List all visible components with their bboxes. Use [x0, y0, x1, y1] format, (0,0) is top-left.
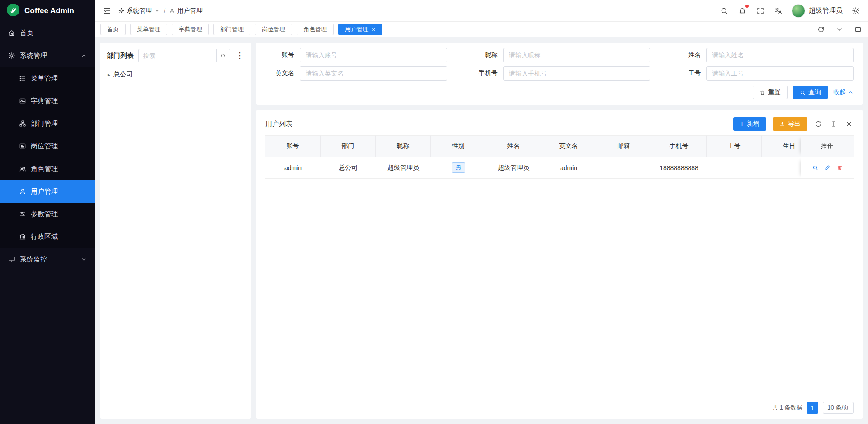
user-list-toolbar: 用户列表 + 新增 导出	[265, 114, 854, 133]
tab-actions-dropdown[interactable]	[835, 25, 844, 34]
tab-close-icon[interactable]: ×	[372, 26, 375, 33]
field-nickname: 昵称	[469, 48, 651, 62]
cell-en-name: admin	[541, 157, 596, 179]
settings-gear-button[interactable]	[851, 6, 861, 16]
department-search-group	[138, 49, 230, 62]
filter-card: 账号 昵称 姓名 英文名	[256, 43, 863, 105]
sidebar-item-label: 字典管理	[31, 97, 58, 105]
tab-menu-mgmt[interactable]: 菜单管理	[130, 24, 167, 35]
work-no-input[interactable]	[706, 66, 854, 81]
department-panel-title: 部门列表	[107, 52, 134, 60]
tab-user-mgmt[interactable]: 用户管理 ×	[338, 24, 382, 35]
column-header-name: 姓名	[486, 135, 541, 157]
sidebar-item-dict-mgmt[interactable]: 字典管理	[0, 90, 95, 112]
delete-row-button[interactable]	[836, 164, 844, 172]
cell-work-no	[707, 157, 762, 179]
tab-role-mgmt[interactable]: 角色管理	[297, 24, 334, 35]
tab-post-mgmt[interactable]: 岗位管理	[255, 24, 292, 35]
view-row-button[interactable]	[811, 164, 819, 172]
tab-label: 岗位管理	[262, 25, 285, 33]
sidebar-item-post-mgmt[interactable]: 岗位管理	[0, 135, 95, 157]
sidebar-item-label: 用户管理	[31, 187, 58, 196]
coffee-logo-icon	[6, 3, 20, 19]
user-list-card: 用户列表 + 新增 导出	[256, 110, 863, 419]
row-height-button[interactable]	[829, 119, 838, 129]
sidebar: Coffee Admin 首页 系统管理 菜单管理 字典管理	[0, 0, 95, 424]
user-menu[interactable]: 超级管理员	[792, 4, 843, 18]
department-more-button[interactable]: ⋮	[235, 51, 245, 61]
field-label: 账号	[265, 51, 294, 59]
table-settings-gear-button[interactable]	[844, 119, 854, 129]
language-translate-button[interactable]	[774, 6, 783, 16]
page-content: 部门列表 ⋮ ▸ 总公司	[95, 37, 868, 424]
sidebar-item-system-monitor[interactable]: 系统监控	[0, 248, 95, 271]
tab-label: 字典管理	[179, 25, 202, 33]
sidebar-item-label: 角色管理	[31, 165, 58, 173]
sliders-icon	[19, 210, 26, 218]
collapse-filter-link[interactable]: 收起	[833, 88, 854, 96]
trash-icon	[760, 90, 765, 95]
page-1-button[interactable]: 1	[807, 402, 818, 414]
tree-expand-caret-icon[interactable]: ▸	[108, 71, 110, 78]
right-column: 账号 昵称 姓名 英文名	[256, 43, 863, 419]
add-user-button[interactable]: + 新增	[733, 117, 766, 131]
chevron-up-icon	[848, 90, 854, 95]
tab-dept-mgmt[interactable]: 部门管理	[213, 24, 250, 35]
monitor-icon	[8, 256, 15, 263]
column-header-work-no: 工号	[707, 135, 762, 157]
phone-input[interactable]	[503, 66, 651, 81]
user-table: 账号 部门 昵称 性别 姓名 英文名 邮箱 手机号 工号 生日	[265, 135, 854, 179]
sidebar-item-role-mgmt[interactable]: 角色管理	[0, 157, 95, 180]
avatar	[792, 4, 805, 18]
layout-panel-button[interactable]	[854, 25, 863, 34]
fullscreen-button[interactable]	[755, 6, 765, 16]
sidebar-item-label: 首页	[20, 29, 33, 38]
search-button[interactable]: 查询	[793, 86, 828, 99]
page-size-select[interactable]: 10 条/页	[823, 402, 854, 414]
chevron-up-icon	[81, 53, 87, 59]
field-label: 昵称	[469, 51, 498, 59]
sidebar-item-admin-region[interactable]: 行政区域	[0, 225, 95, 248]
sidebar-item-user-mgmt[interactable]: 用户管理	[0, 180, 95, 203]
department-search-button[interactable]	[216, 49, 230, 62]
export-button[interactable]: 导出	[773, 117, 807, 131]
department-search-input[interactable]	[139, 52, 216, 59]
person-icon	[169, 8, 175, 14]
sidebar-item-menu-mgmt[interactable]: 菜单管理	[0, 67, 95, 90]
field-en-name: 英文名	[265, 66, 447, 81]
sidebar-item-param-mgmt[interactable]: 参数管理	[0, 203, 95, 225]
breadcrumb: 系统管理 / 用户管理	[118, 7, 203, 15]
sidebar-item-system-mgmt[interactable]: 系统管理	[0, 44, 95, 67]
notifications-button[interactable]	[737, 6, 747, 16]
table-scroll-area[interactable]: 账号 部门 昵称 性别 姓名 英文名 邮箱 手机号 工号 生日	[265, 135, 854, 397]
column-header-nickname: 昵称	[376, 135, 431, 157]
org-chart-icon	[19, 120, 26, 127]
name-input[interactable]	[706, 48, 854, 62]
cell-nickname: 超级管理员	[376, 157, 431, 179]
app-logo: Coffee Admin	[0, 0, 95, 22]
nickname-input[interactable]	[503, 48, 651, 62]
tab-dict-mgmt[interactable]: 字典管理	[172, 24, 209, 35]
gear-icon	[118, 8, 124, 14]
breadcrumb-item-system-mgmt[interactable]: 系统管理	[118, 7, 160, 15]
cell-operation	[801, 157, 854, 179]
field-name: 姓名	[672, 48, 854, 62]
sidebar-collapse-button[interactable]	[102, 6, 112, 16]
account-input[interactable]	[300, 48, 447, 62]
sidebar-item-dept-mgmt[interactable]: 部门管理	[0, 112, 95, 135]
en-name-input[interactable]	[300, 66, 447, 81]
sidebar-item-home[interactable]: 首页	[0, 22, 95, 44]
department-panel: 部门列表 ⋮ ▸ 总公司	[100, 43, 251, 419]
tab-home[interactable]: 首页	[100, 24, 126, 35]
reset-button[interactable]: 重置	[753, 86, 788, 99]
edit-row-button[interactable]	[824, 164, 831, 172]
search-icon	[800, 90, 806, 95]
refresh-tab-button[interactable]	[816, 25, 826, 34]
column-header-phone: 手机号	[651, 135, 707, 157]
sidebar-item-label: 参数管理	[31, 210, 58, 219]
global-search-button[interactable]	[719, 6, 729, 16]
breadcrumb-label: 系统管理	[127, 7, 152, 15]
refresh-table-button[interactable]	[814, 119, 823, 129]
breadcrumb-item-user-mgmt[interactable]: 用户管理	[169, 7, 203, 15]
tree-node-head-office[interactable]: ▸ 总公司	[107, 70, 245, 80]
